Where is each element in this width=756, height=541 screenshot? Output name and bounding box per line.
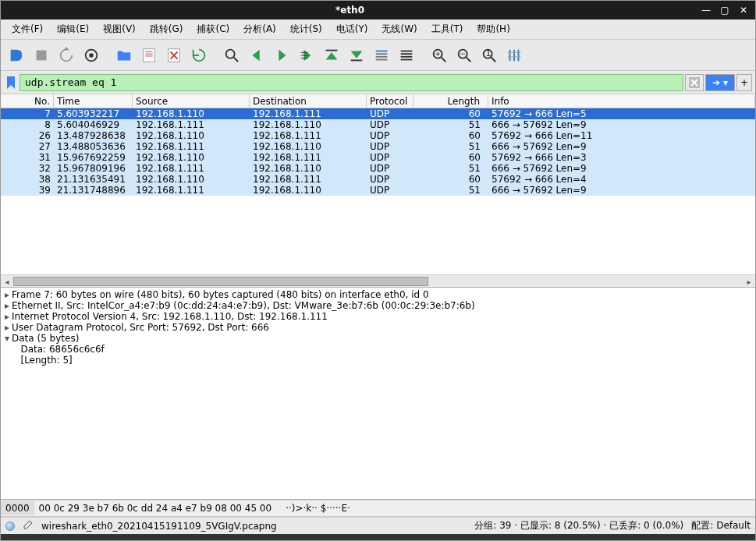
find-packet-button[interactable] <box>221 44 243 66</box>
hex-bytes[interactable]: 00 0c 29 3e b7 6b 0c dd 24 a4 e7 b9 08 0… <box>39 503 272 514</box>
title-bar: *eth0 — ▢ ✕ <box>1 1 755 19</box>
menu-tools[interactable]: 工具(T) <box>425 20 470 38</box>
col-protocol[interactable]: Protocol <box>367 94 413 108</box>
menu-capture[interactable]: 捕获(C) <box>190 20 236 38</box>
scroll-thumb[interactable] <box>13 277 428 286</box>
status-profile[interactable]: 配置: Default <box>691 519 751 532</box>
packet-row[interactable]: 3215.967809196192.168.1.111192.168.1.110… <box>1 163 755 174</box>
svg-line-11 <box>234 57 239 62</box>
goto-first-button[interactable] <box>321 44 343 66</box>
minimize-button[interactable]: — <box>699 3 713 17</box>
zoom-out-button[interactable] <box>453 44 475 66</box>
col-source[interactable]: Source <box>133 94 250 108</box>
svg-point-2 <box>89 53 94 58</box>
menu-analyze[interactable]: 分析(A) <box>237 20 282 38</box>
desktop-taskbar <box>1 534 755 540</box>
status-bar: wireshark_eth0_20210415191109_5VGIgV.pca… <box>1 517 755 534</box>
col-no[interactable]: No. <box>1 94 54 108</box>
zoom-in-button[interactable] <box>428 44 450 66</box>
detail-frame[interactable]: Frame 7: 60 bytes on wire (480 bits), 60… <box>12 289 429 300</box>
svg-point-10 <box>226 49 235 58</box>
main-toolbar: 1 <box>1 40 755 71</box>
packet-details-pane[interactable]: ▸Frame 7: 60 bytes on wire (480 bits), 6… <box>1 288 755 500</box>
filter-add-button[interactable]: + <box>736 74 752 91</box>
packet-row[interactable]: 3921.131748896192.168.1.111192.168.1.110… <box>1 185 755 196</box>
menu-go[interactable]: 跳转(G) <box>144 20 190 38</box>
menu-view[interactable]: 视图(V) <box>97 20 142 38</box>
detail-ip[interactable]: Internet Protocol Version 4, Src: 192.16… <box>12 311 328 322</box>
open-file-button[interactable] <box>113 44 135 66</box>
hex-offset: 0000 <box>1 501 34 515</box>
packet-list-hscrollbar[interactable]: ◂ ▸ <box>1 274 755 287</box>
colorize-button[interactable] <box>396 44 417 66</box>
menu-help[interactable]: 帮助(H) <box>470 20 516 38</box>
col-info[interactable]: Info <box>488 94 755 108</box>
packet-row[interactable]: 3115.967692259192.168.1.110192.168.1.111… <box>1 152 755 163</box>
autoscroll-button[interactable] <box>371 44 392 66</box>
detail-data-length[interactable]: [Length: 5] <box>20 355 72 366</box>
go-back-button[interactable] <box>246 44 268 66</box>
expand-icon[interactable]: ▸ <box>2 289 12 300</box>
packet-rows[interactable]: 75.603932217192.168.1.110192.168.1.111UD… <box>1 108 755 196</box>
menu-wireless[interactable]: 无线(W) <box>375 20 423 38</box>
menu-file[interactable]: 文件(F) <box>5 20 49 38</box>
detail-data-bytes[interactable]: Data: 68656c6c6f <box>20 344 104 355</box>
packet-row[interactable]: 2713.488053636192.168.1.111192.168.1.110… <box>1 141 755 152</box>
packet-row[interactable]: 2613.487928638192.168.1.110192.168.1.111… <box>1 130 755 141</box>
collapse-icon[interactable]: ▾ <box>2 333 12 344</box>
expert-info-icon[interactable] <box>5 522 15 531</box>
svg-line-26 <box>442 57 446 62</box>
maximize-button[interactable]: ▢ <box>718 3 732 17</box>
expand-icon[interactable]: ▸ <box>2 300 12 311</box>
edit-capture-comment-icon[interactable] <box>23 519 34 532</box>
restart-capture-button[interactable] <box>55 44 77 66</box>
display-filter-input[interactable] <box>20 74 683 91</box>
packet-row[interactable]: 3821.131635491192.168.1.110192.168.1.111… <box>1 174 755 185</box>
col-time[interactable]: Time <box>54 94 133 108</box>
stop-capture-button[interactable] <box>30 44 52 66</box>
packet-row[interactable]: 75.603932217192.168.1.110192.168.1.111UD… <box>1 108 755 119</box>
svg-line-33 <box>492 57 496 62</box>
expand-icon[interactable]: ▸ <box>2 322 12 333</box>
display-filter-bar: ➔ ▾ + <box>1 71 755 94</box>
packet-row[interactable]: 85.604046929192.168.1.111192.168.1.110UD… <box>1 119 755 130</box>
capture-options-button[interactable] <box>80 44 102 66</box>
close-file-button[interactable] <box>163 44 185 66</box>
goto-last-button[interactable] <box>346 44 367 66</box>
filter-apply-button[interactable]: ➔ ▾ <box>705 74 735 91</box>
hex-ascii[interactable]: ··)>·k·· $·····E· <box>286 503 350 514</box>
svg-line-30 <box>467 57 471 62</box>
status-packets: 分组: 39 · 已显示: 8 (20.5%) · 已丢弃: 0 (0.0%) <box>474 519 683 532</box>
svg-rect-3 <box>144 48 155 62</box>
filter-bookmark-icon[interactable] <box>4 74 18 91</box>
filter-clear-button[interactable] <box>685 74 704 91</box>
window-title: *eth0 <box>5 5 694 16</box>
expand-icon[interactable]: ▸ <box>2 311 12 322</box>
col-destination[interactable]: Destination <box>250 94 367 108</box>
menu-stats[interactable]: 统计(S) <box>284 20 328 38</box>
go-forward-button[interactable] <box>271 44 293 66</box>
packet-list-header[interactable]: No. Time Source Destination Protocol Len… <box>1 94 755 108</box>
zoom-reset-button[interactable]: 1 <box>478 44 500 66</box>
menu-bar: 文件(F) 编辑(E) 视图(V) 跳转(G) 捕获(C) 分析(A) 统计(S… <box>1 19 755 40</box>
packet-list-pane: No. Time Source Destination Protocol Len… <box>1 94 755 288</box>
resize-columns-button[interactable] <box>503 44 525 66</box>
packet-bytes-pane[interactable]: 0000 00 0c 29 3e b7 6b 0c dd 24 a4 e7 b9… <box>1 500 755 517</box>
close-button[interactable]: ✕ <box>736 3 751 17</box>
goto-packet-button[interactable] <box>296 44 318 66</box>
start-capture-button[interactable] <box>5 44 27 66</box>
detail-data[interactable]: Data (5 bytes) <box>12 333 79 344</box>
svg-text:1: 1 <box>485 48 491 58</box>
save-file-button[interactable] <box>138 44 160 66</box>
scroll-right-icon[interactable]: ▸ <box>743 275 755 288</box>
reload-file-button[interactable] <box>188 44 210 66</box>
col-length[interactable]: Length <box>413 94 488 108</box>
menu-telephony[interactable]: 电话(Y) <box>330 20 374 38</box>
menu-edit[interactable]: 编辑(E) <box>51 20 95 38</box>
detail-eth[interactable]: Ethernet II, Src: IntelCor_a4:e7:b9 (0c:… <box>12 300 475 311</box>
scroll-left-icon[interactable]: ◂ <box>1 275 13 288</box>
status-filename: wireshark_eth0_20210415191109_5VGIgV.pca… <box>41 521 467 532</box>
svg-rect-0 <box>37 50 47 60</box>
detail-udp[interactable]: User Datagram Protocol, Src Port: 57692,… <box>12 322 269 333</box>
